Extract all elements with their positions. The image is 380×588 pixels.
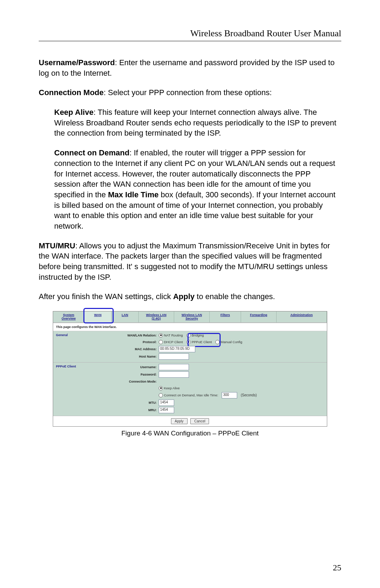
label-keep-alive: Keep Alive xyxy=(54,108,94,117)
cancel-button[interactable]: Cancel xyxy=(190,418,209,424)
label-wan-lan-relation: WAN/LAN Relation: xyxy=(93,334,159,337)
label-mru: MRU: xyxy=(93,408,159,412)
tab-lan[interactable]: LAN xyxy=(112,311,139,322)
input-mac-address[interactable]: 00:85:5D:78:05:9D xyxy=(159,346,195,352)
tab-wan[interactable]: WAN xyxy=(84,311,112,322)
radio-nat-routing[interactable]: NAT Routing xyxy=(159,333,183,338)
label-max-idle-time: Max Idle Time xyxy=(108,190,159,199)
input-mru[interactable]: 1454 xyxy=(159,407,174,413)
label-mtu-mru: MTU/MRU xyxy=(39,241,75,250)
tab-administration[interactable]: Administration xyxy=(277,311,327,322)
button-row: Apply Cancel xyxy=(53,416,327,426)
label-username-password: Username/Password xyxy=(39,58,115,67)
radio-pppoe-client[interactable]: PPPoE Client xyxy=(186,340,212,344)
radio-bridging[interactable]: Bridging xyxy=(186,333,204,338)
section-title-general: General xyxy=(53,331,93,362)
tab-filters[interactable]: Filters xyxy=(210,311,241,322)
tab-forwarding[interactable]: Forwarding xyxy=(241,311,277,322)
label-protocol: Protocol: xyxy=(93,340,159,344)
text-keep-alive: : This feature will keep your Internet c… xyxy=(54,108,336,137)
figure-caption: Figure 4-6 WAN Configuration – PPPoE Cli… xyxy=(53,429,327,437)
label-apply: Apply xyxy=(173,292,195,301)
label-connect-on-demand: Connect on Demand xyxy=(54,148,129,157)
page-number: 25 xyxy=(333,563,341,572)
label-mtu: MTU: xyxy=(93,401,159,404)
figure-screenshot: System Overview WAN LAN Wireless LAN (2.… xyxy=(53,311,327,437)
label-host-name: Host Name: xyxy=(93,355,159,358)
label-connection-mode: Connection Mode xyxy=(39,88,104,97)
radio-manual-config[interactable]: Manual Config xyxy=(215,340,242,344)
input-mtu[interactable]: 1454 xyxy=(159,400,174,406)
label-pppoe-connection-mode: Connection Mode: xyxy=(93,380,159,383)
label-seconds: (Seconds) xyxy=(241,393,257,397)
input-host-name[interactable] xyxy=(159,353,189,360)
manual-body: Username/Password: Enter the username an… xyxy=(39,57,341,302)
text-apply-post: to enable the changes. xyxy=(195,292,275,301)
page-header-title: Wireless Broadband Router User Manual xyxy=(39,28,341,41)
input-pppoe-password[interactable] xyxy=(159,371,189,378)
section-title-pppoe: PPPoE Client xyxy=(53,363,93,416)
tab-wireless-lan-security[interactable]: Wireless LAN Security xyxy=(174,311,210,322)
tab-wireless-lan-24g[interactable]: Wireless LAN (2.4G) xyxy=(139,311,174,322)
radio-dhcp-client[interactable]: DHCP Client xyxy=(159,340,183,344)
input-max-idle-time[interactable]: 300 xyxy=(222,392,237,398)
text-apply-pre: After you finish the WAN settings, click xyxy=(39,292,173,301)
text-connection-mode: : Select your PPP connection from these … xyxy=(104,88,272,97)
label-mac-address: MAC Address: xyxy=(93,347,159,351)
page-description: This page configures the WAN interface. xyxy=(53,323,327,331)
label-pppoe-username: Username: xyxy=(93,365,159,369)
tab-bar: System Overview WAN LAN Wireless LAN (2.… xyxy=(53,311,327,323)
text-mtu-mru: : Allows you to adjust the Maximum Trans… xyxy=(39,241,330,281)
apply-button[interactable]: Apply xyxy=(171,418,188,424)
label-pppoe-password: Password: xyxy=(93,373,159,376)
input-pppoe-username[interactable] xyxy=(159,364,189,370)
tab-system-overview[interactable]: System Overview xyxy=(53,311,84,322)
radio-connect-on-demand[interactable]: Connect on Demand, Max Idle Time: xyxy=(159,393,218,397)
radio-keep-alive[interactable]: Keep Alive xyxy=(159,386,180,390)
